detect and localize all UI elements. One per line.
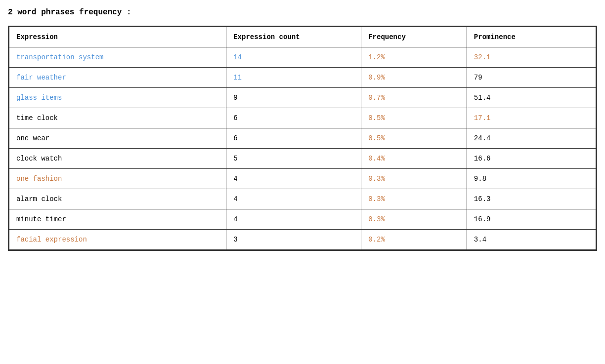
cell-prominence: 3.4	[467, 230, 596, 250]
page-title: 2 word phrases frequency :	[8, 8, 597, 17]
cell-prominence: 16.3	[467, 189, 596, 209]
cell-count: 14	[226, 47, 361, 68]
cell-prominence: 16.9	[467, 209, 596, 230]
cell-frequency: 1.2%	[361, 47, 467, 68]
cell-frequency: 0.4%	[361, 149, 467, 169]
cell-count: 11	[226, 68, 361, 88]
table-row: facial expression30.2%3.4	[9, 230, 596, 250]
cell-expression: clock watch	[9, 149, 226, 169]
cell-expression: facial expression	[9, 230, 226, 250]
table-row: transportation system141.2%32.1	[9, 47, 596, 68]
cell-count: 6	[226, 128, 361, 149]
table-row: glass items90.7%51.4	[9, 88, 596, 108]
table-row: one wear60.5%24.4	[9, 128, 596, 149]
cell-count: 4	[226, 209, 361, 230]
cell-prominence: 51.4	[467, 88, 596, 108]
header-prominence: Prominence	[467, 27, 596, 47]
table-row: alarm clock40.3%16.3	[9, 189, 596, 209]
header-count: Expression count	[226, 27, 361, 47]
table-row: clock watch50.4%16.6	[9, 149, 596, 169]
cell-expression: one wear	[9, 128, 226, 149]
header-frequency: Frequency	[361, 27, 467, 47]
cell-prominence: 16.6	[467, 149, 596, 169]
table-row: one fashion40.3%9.8	[9, 169, 596, 189]
cell-count: 4	[226, 169, 361, 189]
cell-expression: one fashion	[9, 169, 226, 189]
cell-expression: transportation system	[9, 47, 226, 68]
cell-frequency: 0.3%	[361, 209, 467, 230]
cell-prominence: 32.1	[467, 47, 596, 68]
cell-expression: fair weather	[9, 68, 226, 88]
cell-frequency: 0.2%	[361, 230, 467, 250]
cell-frequency: 0.5%	[361, 128, 467, 149]
cell-expression: minute timer	[9, 209, 226, 230]
cell-count: 9	[226, 88, 361, 108]
header-expression: Expression	[9, 27, 226, 47]
cell-count: 6	[226, 108, 361, 128]
cell-expression: glass items	[9, 88, 226, 108]
cell-frequency: 0.5%	[361, 108, 467, 128]
cell-prominence: 9.8	[467, 169, 596, 189]
table-header-row: Expression Expression count Frequency Pr…	[9, 27, 596, 47]
cell-prominence: 79	[467, 68, 596, 88]
frequency-table: Expression Expression count Frequency Pr…	[8, 26, 597, 251]
cell-expression: time clock	[9, 108, 226, 128]
cell-count: 4	[226, 189, 361, 209]
cell-frequency: 0.9%	[361, 68, 467, 88]
table-row: minute timer40.3%16.9	[9, 209, 596, 230]
table-row: fair weather110.9%79	[9, 68, 596, 88]
cell-count: 5	[226, 149, 361, 169]
cell-prominence: 24.4	[467, 128, 596, 149]
cell-prominence: 17.1	[467, 108, 596, 128]
cell-frequency: 0.3%	[361, 169, 467, 189]
cell-frequency: 0.7%	[361, 88, 467, 108]
cell-frequency: 0.3%	[361, 189, 467, 209]
table-row: time clock60.5%17.1	[9, 108, 596, 128]
cell-count: 3	[226, 230, 361, 250]
cell-expression: alarm clock	[9, 189, 226, 209]
